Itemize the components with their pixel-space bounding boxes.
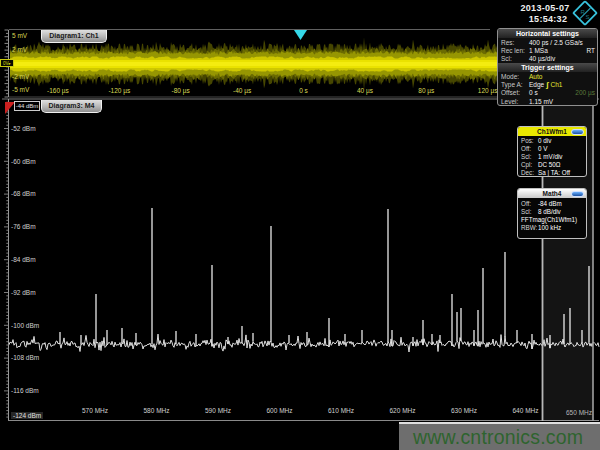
svg-text:S: S bbox=[586, 14, 590, 20]
